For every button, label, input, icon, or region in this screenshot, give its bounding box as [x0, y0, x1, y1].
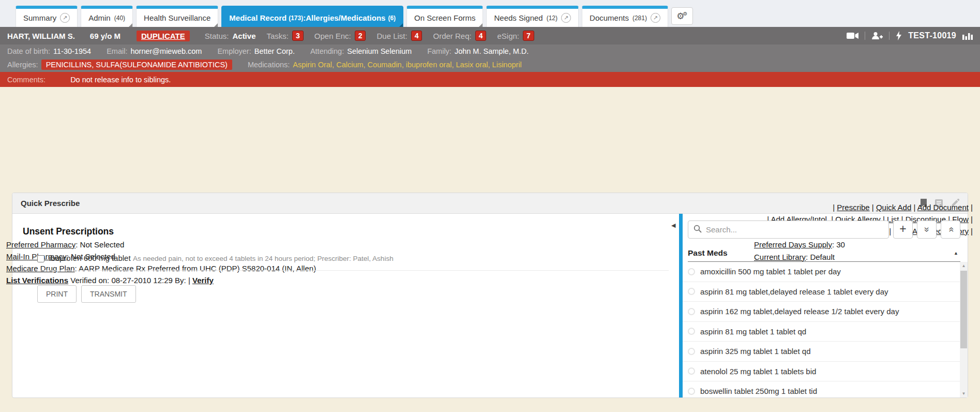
tab-subcount: (6): [388, 14, 396, 22]
external-link-icon[interactable]: ↗: [60, 13, 70, 23]
past-med-row[interactable]: aspirin 325 mg tablet 1 tablet qd: [683, 342, 960, 362]
radio-button[interactable]: [688, 367, 695, 375]
duplicate-badge[interactable]: DUPLICATE: [137, 31, 190, 41]
tab-count: (40): [114, 14, 125, 22]
tab-medical-record[interactable]: Medical Record (173) :Allergies/Medicati…: [221, 6, 403, 27]
patient-age-sex: 69 y/o M: [90, 32, 120, 40]
open-enc-count-badge[interactable]: 2: [355, 31, 366, 41]
scroll-up-arrow[interactable]: ▲: [960, 262, 968, 270]
add-med-button[interactable]: +: [893, 220, 913, 239]
panel-title: Quick Prescribe: [21, 199, 80, 208]
comments-bar: Comments: Do not release info to sibling…: [0, 72, 980, 87]
attending-value: Selenium Selenium: [347, 47, 412, 55]
video-camera-icon[interactable]: [847, 32, 858, 39]
transmit-button[interactable]: TRANSMIT: [81, 285, 136, 303]
radio-button[interactable]: [688, 328, 695, 335]
collapse-sidebar-button[interactable]: ◀: [671, 222, 675, 229]
radio-button[interactable]: [688, 308, 695, 315]
radio-button[interactable]: [688, 268, 695, 275]
chart-icon[interactable]: [962, 32, 973, 40]
medication-link[interactable]: Aspirin Oral: [293, 61, 336, 69]
add-person-icon[interactable]: [871, 32, 883, 40]
radio-button[interactable]: [688, 288, 695, 295]
past-med-row[interactable]: boswellin tablet 250mg 1 tablet tid: [683, 381, 960, 398]
lightning-icon[interactable]: [896, 31, 902, 40]
past-med-label: atenolol 25 mg tablet 1 tablets bid: [700, 367, 816, 376]
due-list-label: Due List:: [376, 32, 407, 40]
status-label: Status:: [205, 32, 229, 40]
esign-count-badge[interactable]: 7: [523, 31, 534, 41]
family-value: John M. Sample, M.D.: [455, 47, 529, 55]
tab-admin[interactable]: Admin (40): [81, 6, 133, 27]
medications-workspace: PrescribeQuick AddAdd Document Add Aller…: [0, 193, 980, 412]
tab-needs-signed[interactable]: Needs Signed (12) ↗: [486, 6, 579, 27]
action-link[interactable]: Prescribe: [837, 203, 869, 212]
scrollbar-thumb[interactable]: [960, 271, 967, 348]
employer-label: Employer:: [217, 47, 251, 55]
radio-button[interactable]: [688, 388, 695, 395]
medication-link[interactable]: Lisinopril: [492, 61, 522, 69]
double-chevron-up-icon: »: [945, 227, 956, 232]
email-value: horner@mieweb.com: [130, 47, 202, 55]
print-button[interactable]: PRINT: [37, 285, 77, 303]
open-enc-label: Open Enc:: [314, 32, 351, 40]
dob-value: 11-30-1954: [53, 47, 91, 55]
medication-link[interactable]: Lasix oral: [456, 61, 492, 69]
medication-link[interactable]: ibuprofen oral: [406, 61, 456, 69]
past-med-row[interactable]: aspirin 162 mg tablet,delayed release 1/…: [683, 302, 960, 322]
tab-label: Documents: [590, 13, 629, 22]
order-req-label: Order Req:: [433, 32, 471, 40]
search-icon: [693, 225, 702, 235]
past-meds-title: Past Meds: [688, 248, 728, 258]
tab-summary[interactable]: Summary ↗: [16, 6, 78, 27]
action-link[interactable]: Add Document: [917, 203, 969, 212]
medication-link[interactable]: Coumadin: [368, 61, 406, 69]
allergies-label: Allergies:: [7, 61, 38, 69]
past-med-row[interactable]: amoxicillin 500 mg tablet 1 tablet per d…: [683, 262, 960, 282]
allergies-badge[interactable]: PENICILLINS, SULFA(SULFONAMIDE ANTIBIOTI…: [41, 60, 232, 70]
quick-prescribe-panel: Quick Prescribe Unsent Prescriptions: [12, 193, 968, 398]
expand-all-button[interactable]: »: [917, 220, 937, 239]
medications-list: Aspirin OralCalciumCoumadinibuprofen ora…: [293, 61, 522, 69]
plus-icon: +: [899, 223, 906, 235]
order-req-count-badge[interactable]: 4: [475, 31, 487, 41]
tab-label: Medical Record: [229, 13, 287, 22]
past-meds-rows: amoxicillin 500 mg tablet 1 tablet per d…: [683, 262, 960, 398]
settings-gear-button[interactable]: ⚙ ⚙: [671, 7, 693, 25]
past-meds-list: amoxicillin 500 mg tablet 1 tablet per d…: [683, 262, 968, 398]
med-search-input[interactable]: [706, 225, 883, 234]
tasks-count-badge[interactable]: 3: [292, 31, 304, 41]
tab-count: (173): [289, 14, 303, 22]
tab-label: Needs Signed: [494, 13, 542, 22]
gear-icon: ⚙: [683, 11, 688, 17]
section-title: Unsent Prescriptions: [23, 226, 679, 237]
patient-header-bar: HART, WILLIAM S. 69 y/o M DUPLICATE Stat…: [0, 27, 980, 45]
tab-count: (12): [547, 14, 557, 22]
external-link-icon[interactable]: ↗: [651, 13, 660, 23]
past-med-row[interactable]: aspirin 81 mg tablet 1 tablet qd: [683, 322, 960, 342]
med-search-box[interactable]: [688, 220, 889, 239]
action-links-row1: PrescribeQuick AddAdd Document: [767, 203, 973, 212]
comments-label: Comments:: [7, 76, 46, 84]
external-link-icon[interactable]: ↗: [561, 13, 571, 23]
past-meds-header[interactable]: Past Meds ▲: [688, 245, 960, 262]
tab-on-screen-forms[interactable]: On Screen Forms: [406, 6, 483, 27]
rx-note: As needed pain, not to exceed 4 tablets …: [133, 255, 394, 262]
medication-link[interactable]: Calcium: [336, 61, 367, 69]
list-scrollbar[interactable]: ▲ ▼: [960, 262, 968, 398]
past-med-row[interactable]: aspirin 81 mg tablet,delayed release 1 t…: [683, 282, 960, 302]
action-link[interactable]: Quick Add: [876, 203, 911, 212]
due-list-count-badge[interactable]: 4: [411, 31, 423, 41]
tab-label: Health Surveillance: [144, 13, 210, 22]
past-med-row[interactable]: atenolol 25 mg tablet 1 tablets bid: [683, 362, 960, 382]
scroll-down-arrow[interactable]: ▼: [960, 390, 968, 398]
radio-button[interactable]: [688, 348, 695, 355]
family-label: Family:: [427, 47, 451, 55]
collapse-all-button[interactable]: »: [941, 220, 960, 239]
tab-health-surveillance[interactable]: Health Surveillance: [136, 6, 218, 27]
patient-id: TEST-10019: [908, 31, 956, 40]
rx-checkbox[interactable]: [37, 255, 44, 262]
tab-documents[interactable]: Documents (281) ↗: [582, 6, 668, 27]
past-med-label: aspirin 81 mg tablet,delayed release 1 t…: [700, 287, 888, 296]
prescription-row: ibuprofen 600 mg tablet As needed pain, …: [37, 254, 669, 271]
